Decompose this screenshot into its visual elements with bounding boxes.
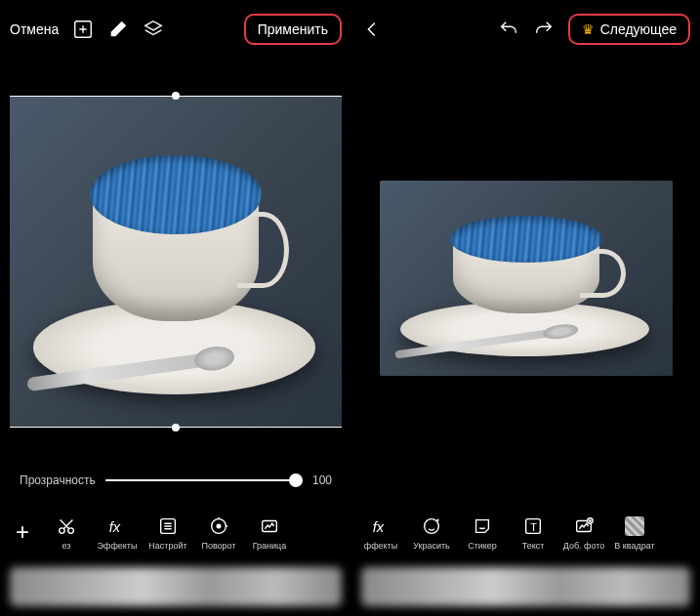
cancel-button[interactable]: Отмена [10,21,59,37]
left-topbar: Отмена Применить [0,0,351,59]
next-label: Следующее [600,21,677,37]
thumbnail-strip-blur [361,567,690,606]
svg-point-9 [425,518,439,533]
result-canvas[interactable] [380,181,673,376]
svg-text:fx: fx [373,518,385,534]
opacity-row: Прозрачность 100 [0,464,351,497]
eraser-icon[interactable] [107,19,129,40]
thumbnail-strip-blur [10,567,342,606]
add-tool[interactable]: + [8,518,37,546]
app-root: Отмена Применить [0,0,700,616]
tool-effects[interactable]: fx Эффекты [96,514,139,551]
layers-icon[interactable] [143,19,164,40]
next-button[interactable]: ♛ Следующее [568,14,690,45]
tool-beautify[interactable]: Украсить [410,514,453,551]
right-bottombar: fx ффекты Украсить Стикер T Текст Доб. ф… [351,497,700,567]
tool-label: Эффекты [98,541,138,551]
right-canvas-area [351,59,700,497]
tool-sticker[interactable]: Стикер [461,514,504,551]
redo-icon[interactable] [533,19,555,40]
tool-cut[interactable]: ез [45,514,88,551]
add-icon[interactable] [72,19,94,40]
tool-label: Поворот [201,541,235,551]
tool-label: ффекты [364,541,397,551]
tool-adjust[interactable]: Настройт [146,514,189,551]
back-icon[interactable] [361,19,383,40]
opacity-label: Прозрачность [20,473,96,487]
tool-rotate[interactable]: Поворот [197,514,240,551]
svg-text:T: T [530,520,537,532]
image-preview [10,96,342,428]
left-canvas-area [0,59,351,464]
svg-point-6 [217,524,221,528]
edit-canvas[interactable] [10,96,342,428]
opacity-value: 100 [312,473,332,487]
right-topbar: ♛ Следующее [351,0,700,59]
left-pane: Отмена Применить [0,0,351,616]
undo-icon[interactable] [498,19,519,40]
tool-effects-r[interactable]: fx ффекты [359,514,402,551]
slider-knob[interactable] [289,473,303,487]
tool-border[interactable]: Граница [248,514,291,551]
crown-icon: ♛ [582,21,595,37]
tool-label: Текст [522,541,545,551]
tool-label: Граница [253,541,287,551]
opacity-slider[interactable] [105,479,303,481]
tool-label: В квадрат [614,541,654,551]
tool-label: Стикер [468,541,497,551]
image-preview [380,181,673,376]
tool-text[interactable]: T Текст [512,514,555,551]
right-pane: ♛ Следующее fx ффекты [351,0,700,616]
tool-label: Украсить [413,541,450,551]
tool-square[interactable]: В квадрат [613,514,656,551]
tool-label: Настройт [148,541,186,551]
tool-label: ез [62,541,71,551]
tool-label: Доб. фото [563,541,605,551]
svg-text:fx: fx [109,518,121,534]
apply-button[interactable]: Применить [244,14,342,45]
left-bottombar: + ез fx Эффекты Настройт Поворот Граница [0,497,351,567]
tool-add-photo[interactable]: Доб. фото [562,514,605,551]
